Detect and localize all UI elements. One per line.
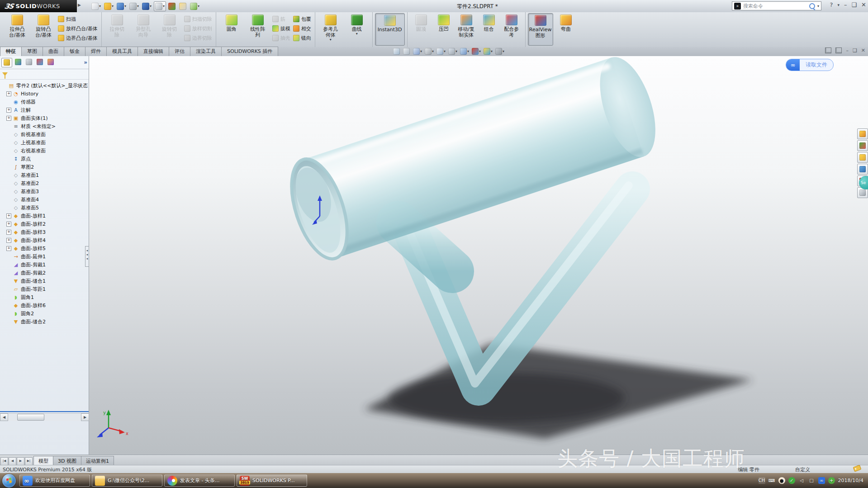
tree-root-item[interactable]: ▤ 零件2 (默认<<默认>_显示状态 — [0, 81, 89, 90]
ribbon-button[interactable]: 旋转切 除 — [157, 13, 183, 46]
quick-access-button[interactable] — [178, 2, 188, 11]
tree-item[interactable]: ◢ 曲面-剪裁2 — [5, 269, 89, 277]
scroll-right-arrow-icon[interactable]: ▶ — [81, 413, 89, 421]
ribbon-button[interactable]: 圆顶 — [410, 13, 432, 46]
ribbon-button[interactable]: 拉伸凸 台/基体 — [4, 13, 30, 46]
tree-item[interactable]: ▼ 曲面-缝合1 — [5, 277, 89, 285]
tree-item[interactable]: ◢ 曲面-剪裁1 — [5, 261, 89, 269]
command-tab[interactable]: SOLIDWORKS 插件 — [221, 47, 278, 56]
command-tab[interactable]: 曲面 — [43, 47, 64, 56]
ribbon-button[interactable]: 异型孔 向导 — [130, 13, 157, 46]
ribbon-button[interactable]: RealView 图形 — [528, 13, 553, 46]
tree-item[interactable]: + ◆ 曲面-放样4 — [5, 236, 89, 244]
tree-item[interactable]: + ◔ History — [5, 90, 89, 98]
tree-item[interactable]: ◇ 右视基准面 — [5, 147, 89, 155]
dropdown-arrow-icon[interactable]: ▾ — [444, 49, 446, 53]
quick-access-button[interactable] — [167, 2, 177, 11]
task-pane-button[interactable] — [857, 128, 868, 139]
dropdown-arrow-icon[interactable]: ▾ — [356, 32, 358, 36]
search-placeholder[interactable]: 搜索命令 — [743, 3, 807, 9]
ribbon-button[interactable]: Instant3D — [375, 13, 405, 46]
command-tab[interactable]: 渲染工具 — [190, 47, 222, 56]
dropdown-arrow-icon[interactable]: ▾ — [124, 4, 126, 8]
quick-access-button[interactable]: ▾ — [154, 1, 166, 11]
expander-icon[interactable]: + — [6, 238, 11, 243]
task-pane-button[interactable] — [857, 140, 868, 151]
viewport-canvas[interactable]: y x — [89, 56, 868, 455]
close-button[interactable]: ✕ — [861, 1, 866, 8]
taskbar-clock[interactable]: 2018/10/4 — [838, 478, 863, 483]
view-tool-button[interactable] — [403, 47, 411, 55]
display-switch-icon[interactable]: □ — [808, 477, 815, 484]
quick-access-button[interactable]: ▾ — [189, 2, 200, 11]
read-file-button[interactable]: 读取文件 — [800, 61, 833, 69]
tree-item[interactable]: ◇ 基准面3 — [5, 187, 89, 195]
shield-plus-icon[interactable]: + — [828, 477, 835, 484]
tree-item[interactable]: + ◆ 曲面-放样2 — [5, 220, 89, 228]
tree-item[interactable]: ▱ 曲面-等距1 — [5, 285, 89, 293]
baidu-sync-icon[interactable]: ∞ — [818, 477, 825, 484]
scroll-left-arrow-icon[interactable]: ◀ — [0, 413, 8, 421]
dropdown-arrow-icon[interactable]: ▾ — [491, 49, 493, 53]
view-tool-button[interactable]: ▾ — [424, 47, 434, 55]
dropdown-arrow-icon[interactable]: ▾ — [420, 49, 422, 53]
volume-icon[interactable]: ◁ — [798, 477, 805, 484]
ribbon-button[interactable]: 扫描切除 — [183, 15, 213, 23]
ribbon-button[interactable]: 包覆 — [292, 15, 313, 23]
pane-split-icon[interactable] — [835, 47, 842, 53]
tree-item[interactable]: + ◆ 曲面-放样1 — [5, 212, 89, 220]
expander-icon[interactable]: + — [6, 116, 11, 121]
view-tool-button[interactable]: ▾ — [495, 47, 505, 55]
tree-item[interactable]: + A 注解 — [5, 106, 89, 114]
expander-icon[interactable]: + — [6, 108, 11, 113]
ribbon-button[interactable]: 旋转凸 台/基体 — [30, 13, 57, 46]
quick-access-button[interactable]: ▾ — [90, 2, 102, 11]
ribbon-button[interactable]: 拉伸切 除 — [104, 13, 130, 46]
restore-button[interactable]: ❑ — [851, 1, 857, 8]
command-tab[interactable]: 评估 — [169, 47, 190, 56]
tree-filter-bar[interactable] — [0, 69, 89, 80]
expander-icon[interactable]: + — [6, 230, 11, 235]
dropdown-arrow-icon[interactable]: ▾ — [432, 49, 434, 53]
command-tab[interactable]: 模具工具 — [106, 47, 138, 56]
ribbon-button[interactable]: 圆角 — [218, 13, 245, 46]
rollback-bar[interactable] — [0, 411, 89, 412]
tab-nav-button[interactable]: ▶ — [17, 457, 24, 465]
tree-item[interactable]: + ◆ 曲面-放样5 — [5, 244, 89, 252]
tree-item[interactable]: ◇ 基准面1 — [5, 171, 89, 179]
start-button[interactable] — [2, 474, 16, 488]
tree-item[interactable]: ◇ 基准面2 — [5, 179, 89, 187]
quick-access-button[interactable]: ▾ — [128, 2, 140, 11]
ribbon-button[interactable]: 筋 — [271, 15, 292, 23]
quick-access-button[interactable]: ▾ — [141, 2, 152, 11]
search-magnifier-icon[interactable] — [809, 3, 815, 9]
ribbon-button[interactable]: 移动/复 制实体 — [455, 13, 478, 46]
dropdown-arrow-icon[interactable]: ▾ — [112, 4, 114, 8]
dropdown-arrow-icon[interactable]: ▾ — [198, 4, 199, 8]
menu-expand-arrow-icon[interactable]: ▶ — [78, 3, 81, 7]
qq-icon[interactable]: ● — [778, 477, 785, 484]
ribbon-button[interactable]: 拔模 — [271, 24, 292, 33]
document-tab[interactable]: 模型 — [33, 456, 53, 465]
panel-chevron-icon[interactable]: » — [84, 59, 87, 66]
graphics-viewport[interactable]: y x ∞ 读取文件 — [89, 56, 868, 455]
ribbon-button[interactable]: 放样凸台/基体 — [57, 24, 99, 33]
tree-item[interactable]: ◗ 圆角1 — [5, 293, 89, 301]
ribbon-button[interactable]: 镜向 — [292, 34, 313, 42]
minimize-button[interactable]: – — [844, 1, 847, 8]
ribbon-button[interactable]: 弯曲 — [553, 13, 579, 46]
ribbon-button[interactable]: 放样切割 — [183, 24, 213, 33]
view-tool-button[interactable] — [393, 47, 401, 55]
tree-item[interactable]: ◆ 曲面-放样6 — [5, 301, 89, 309]
tree-item[interactable]: + ◆ 曲面-放样3 — [5, 228, 89, 236]
view-tool-button[interactable]: ▾ — [483, 47, 493, 55]
dropdown-arrow-icon[interactable]: ▾ — [137, 4, 139, 8]
view-tool-button[interactable]: ▾ — [471, 47, 481, 55]
baidu-netdisk-overlay[interactable]: ∞ 读取文件 — [786, 59, 834, 71]
dropdown-arrow-icon[interactable]: ▾ — [467, 49, 469, 53]
view-tool-button[interactable]: ▾ — [448, 47, 458, 55]
panel-tab[interactable] — [46, 58, 56, 66]
dropdown-arrow-icon[interactable]: ▾ — [330, 38, 332, 42]
tree-item[interactable]: → 曲面-延伸1 — [5, 252, 89, 261]
tag-icon[interactable] — [853, 465, 862, 472]
